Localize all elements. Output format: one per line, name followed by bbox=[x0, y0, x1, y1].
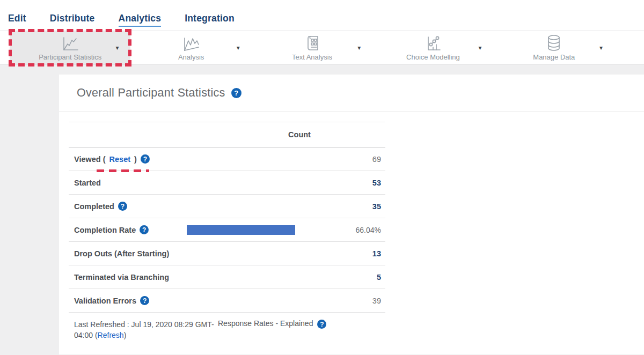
document-grid-icon bbox=[305, 34, 320, 51]
help-icon[interactable]: ? bbox=[140, 225, 149, 234]
row-value: 5 bbox=[218, 273, 381, 282]
response-rates-label: Response Rates - Explained bbox=[218, 319, 313, 328]
help-icon[interactable]: ? bbox=[118, 202, 127, 211]
row-label: Completed bbox=[74, 202, 114, 211]
toolbar-item-label: Manage Data bbox=[533, 53, 575, 61]
nav-item-integration[interactable]: Integration bbox=[185, 13, 235, 27]
toolbar-item-label: Analysis bbox=[178, 53, 204, 61]
table-row-drop-outs: Drop Outs (After Starting) 13 bbox=[69, 242, 385, 265]
help-icon[interactable]: ? bbox=[231, 88, 241, 98]
table-row-validation-errors: Validation Errors ? 39 bbox=[69, 289, 385, 313]
row-value: 35 bbox=[218, 202, 381, 211]
table-row-viewed: Viewed ( Reset ) ? 69 bbox=[69, 147, 385, 171]
last-refreshed-text: Last Refreshed : Jul 19, 2020 08:29 GMT-… bbox=[74, 319, 218, 341]
toolbar-item-choice-modelling[interactable]: Choice Modelling ▾ bbox=[372, 31, 493, 64]
row-label: Drop Outs (After Starting) bbox=[74, 249, 169, 258]
page-header: Overall Participant Statistics ? bbox=[59, 75, 644, 112]
analytics-toolbar: Participant Statistics ▾ Analysis ▾ bbox=[0, 31, 644, 65]
table-header-row: Count bbox=[69, 122, 385, 147]
row-label: Terminated via Branching bbox=[74, 273, 169, 282]
toolbar-item-participant-statistics[interactable]: Participant Statistics ▾ bbox=[10, 31, 130, 64]
nav-item-analytics[interactable]: Analytics bbox=[119, 13, 162, 27]
toolbar-item-label: Choice Modelling bbox=[406, 53, 460, 61]
help-icon[interactable]: ? bbox=[317, 320, 326, 329]
help-icon[interactable]: ? bbox=[141, 154, 150, 164]
row-label: Validation Errors bbox=[74, 297, 136, 305]
nav-item-distribute[interactable]: Distribute bbox=[50, 13, 95, 27]
chevron-down-icon[interactable]: ▾ bbox=[357, 45, 361, 51]
reset-link[interactable]: Reset bbox=[109, 155, 131, 164]
toolbar-item-text-analysis[interactable]: Text Analysis ▾ bbox=[252, 31, 372, 64]
chevron-down-icon[interactable]: ▾ bbox=[479, 45, 482, 51]
completion-rate-bar-fill bbox=[187, 225, 296, 235]
table-footer: Last Refreshed : Jul 19, 2020 08:29 GMT-… bbox=[74, 319, 385, 341]
row-value: 39 bbox=[218, 297, 381, 305]
toolbar-item-label: Text Analysis bbox=[292, 53, 332, 61]
toolbar-item-label: Participant Statistics bbox=[39, 53, 101, 61]
row-value: 13 bbox=[218, 249, 381, 258]
top-navigation: Edit Distribute Analytics Integration bbox=[0, 0, 644, 31]
row-label: Started bbox=[74, 179, 101, 187]
refresh-link[interactable]: Refresh bbox=[98, 331, 124, 339]
help-icon[interactable]: ? bbox=[140, 296, 149, 305]
table-row-started: Started 53 bbox=[69, 171, 385, 195]
toolbar-item-analysis[interactable]: Analysis ▾ bbox=[130, 31, 251, 64]
chevron-down-icon[interactable]: ▾ bbox=[115, 45, 119, 51]
chevron-down-icon[interactable]: ▾ bbox=[599, 45, 603, 51]
participant-stats-table: Count Viewed ( Reset ) ? 69 Started 53 C… bbox=[69, 122, 385, 313]
chevron-down-icon[interactable]: ▾ bbox=[237, 45, 240, 51]
row-value: 69 bbox=[218, 155, 381, 164]
nav-item-edit[interactable]: Edit bbox=[8, 13, 26, 27]
toolbar-item-manage-data[interactable]: Manage Data ▾ bbox=[494, 31, 614, 64]
line-chart-icon bbox=[61, 34, 79, 51]
page-title: Overall Participant Statistics bbox=[77, 86, 225, 100]
row-label: Viewed ( bbox=[74, 155, 106, 164]
table-row-terminated: Terminated via Branching 5 bbox=[69, 265, 385, 289]
zigzag-chart-icon bbox=[182, 34, 200, 51]
row-value: 53 bbox=[218, 179, 381, 187]
count-column-header: Count bbox=[218, 130, 381, 139]
row-label-suffix: ) bbox=[134, 155, 137, 164]
database-icon bbox=[546, 34, 562, 51]
completion-rate-percent: 66.04% bbox=[356, 226, 381, 234]
table-row-completion-rate: Completion Rate ? 66.04% bbox=[69, 218, 385, 242]
completion-rate-bar-track bbox=[187, 225, 352, 235]
scatter-trend-icon bbox=[425, 34, 442, 51]
table-row-completed: Completed ? 35 bbox=[69, 195, 385, 218]
row-label: Completion Rate bbox=[74, 226, 136, 234]
content-card: Overall Participant Statistics ? Count V… bbox=[59, 75, 644, 354]
